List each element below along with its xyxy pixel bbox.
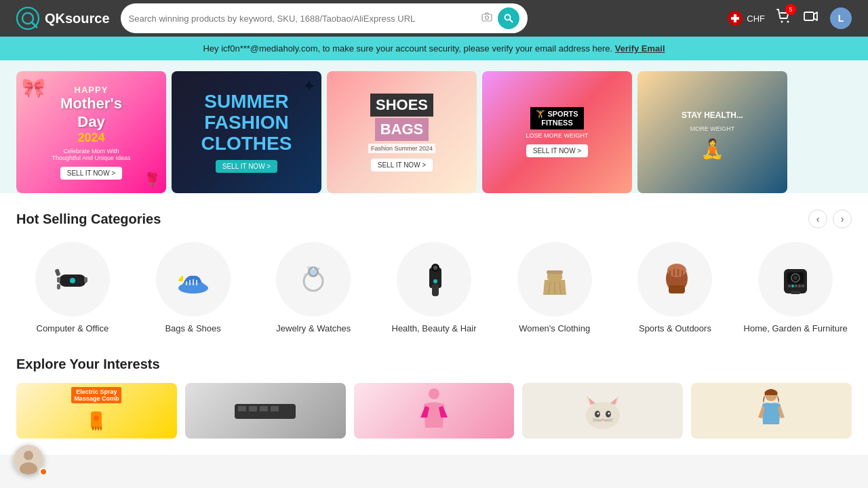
svg-point-18 xyxy=(70,278,75,283)
cat-icon xyxy=(579,388,627,432)
svg-rect-3 xyxy=(482,14,492,21)
svg-point-11 xyxy=(787,21,789,23)
svg-point-57 xyxy=(802,285,804,287)
svg-rect-69 xyxy=(271,406,279,411)
fashion-figure-icon xyxy=(417,387,451,434)
svg-point-79 xyxy=(608,413,610,415)
search-input[interactable] xyxy=(129,14,476,24)
svg-point-53 xyxy=(788,285,791,287)
svg-rect-58 xyxy=(791,291,800,294)
logo[interactable]: QKsource xyxy=(16,7,110,30)
banner-carousel: HAPPY Mother'sDay 2024 Celebrate Mom Wit… xyxy=(16,71,852,193)
logo-icon xyxy=(16,7,39,30)
banner-sports-fitness[interactable]: 🏋 SPORTSFITNESS LOSE MORE WEIGHT SELL IT… xyxy=(482,71,632,193)
svg-point-10 xyxy=(781,21,783,23)
svg-point-70 xyxy=(429,388,439,399)
product-electric-spray-massage-comb[interactable]: Electric SprayMassage Comb xyxy=(16,383,177,439)
header-right: CHF 5 L xyxy=(728,7,852,29)
jewelry-icon xyxy=(290,256,337,303)
flag-icon xyxy=(728,11,743,26)
svg-rect-37 xyxy=(547,270,563,274)
category-jewelry-watches-label: Jewelry & Watches xyxy=(276,323,351,335)
banner-2-cta[interactable]: SELL IT NOW > xyxy=(216,160,277,173)
svg-rect-9 xyxy=(731,17,739,20)
svg-point-55 xyxy=(795,285,797,287)
boxing-glove-icon xyxy=(651,256,698,303)
category-jewelry-watches[interactable]: Jewelry & Watches xyxy=(257,242,370,335)
category-computer-office[interactable]: Computer & Office xyxy=(16,242,129,335)
category-sports-outdoors[interactable]: Sports & Outdoors xyxy=(619,242,732,335)
logo-text: QKsource xyxy=(45,11,110,26)
header: QKsource CHF xyxy=(0,0,868,37)
category-home-garden-furniture-label: Home, Garden & Furniture xyxy=(744,323,848,335)
svg-rect-32 xyxy=(432,284,439,296)
svg-point-30 xyxy=(304,274,306,276)
camera-icon[interactable] xyxy=(481,12,492,25)
cart-button[interactable]: 5 xyxy=(776,8,792,28)
svg-rect-60 xyxy=(92,426,94,430)
hot-selling-section: Hot Selling Categories ‹ › Computer & Of… xyxy=(0,193,868,346)
category-computer-office-label: Computer & Office xyxy=(37,323,109,335)
section-header: Hot Selling Categories ‹ › xyxy=(16,209,852,228)
currency-selector[interactable]: CHF xyxy=(728,11,765,26)
category-home-garden-furniture[interactable]: Home, Garden & Furniture xyxy=(739,242,852,335)
svg-point-29 xyxy=(318,268,320,270)
svg-point-71 xyxy=(586,402,620,429)
banner-1-cta[interactable]: SELL IT NOW > xyxy=(60,167,122,180)
svg-rect-62 xyxy=(98,426,99,430)
product-pet-cat[interactable] xyxy=(522,383,683,439)
search-button[interactable] xyxy=(498,7,519,29)
svg-rect-68 xyxy=(260,406,268,411)
computer-icon xyxy=(49,256,96,303)
svg-rect-16 xyxy=(57,284,60,289)
verify-email-link[interactable]: Verify Email xyxy=(615,43,665,54)
banner-4-cta[interactable]: SELL IT NOW > xyxy=(526,144,588,157)
currency-label: CHF xyxy=(747,14,765,24)
category-womens-clothing[interactable]: Women's Clothing xyxy=(498,242,611,335)
banner-mothers-day[interactable]: HAPPY Mother'sDay 2024 Celebrate Mom Wit… xyxy=(16,71,166,193)
category-bags-shoes[interactable]: Bags & Shoes xyxy=(137,242,250,335)
banner-shoes-bags[interactable]: SHOES BAGS Fashion Summer 2024 SELL IT N… xyxy=(327,71,477,193)
svg-rect-14 xyxy=(54,268,60,276)
svg-point-28 xyxy=(307,266,310,269)
category-nav-arrows: ‹ › xyxy=(808,209,852,228)
svg-rect-12 xyxy=(804,12,814,20)
cart-badge: 5 xyxy=(785,4,796,15)
svg-rect-66 xyxy=(238,406,246,411)
nav-next-button[interactable]: › xyxy=(833,209,852,228)
svg-point-64 xyxy=(94,415,99,421)
products-grid: Electric SprayMassage Comb xyxy=(16,383,852,439)
svg-rect-17 xyxy=(84,277,87,283)
svg-point-80 xyxy=(601,419,604,421)
banner-summer-fashion[interactable]: SummerFashionClothes SELL IT NOW > ✦ xyxy=(172,71,321,193)
notification-bar: Hey icf0n***@mediaholy.com, to make sure… xyxy=(0,37,868,60)
explore-section: Explore Your Interests Electric SprayMas… xyxy=(0,346,868,455)
svg-point-78 xyxy=(597,413,599,415)
user-avatar[interactable]: L xyxy=(830,7,852,29)
product-pink-fashion[interactable] xyxy=(354,383,515,439)
product-usb-hub[interactable] xyxy=(185,383,346,439)
womens-figure-icon xyxy=(753,387,790,434)
hot-selling-title: Hot Selling Categories xyxy=(16,211,161,227)
category-bags-shoes-label: Bags & Shoes xyxy=(165,323,220,335)
search-bar xyxy=(121,3,528,33)
video-button[interactable] xyxy=(803,8,819,28)
svg-point-54 xyxy=(791,285,794,287)
svg-point-56 xyxy=(798,285,801,287)
category-health-beauty-hair[interactable]: Health, Beauty & Hair xyxy=(378,242,490,335)
banner-stay-healthy[interactable]: STAY HEALTH... MORE WEIGHT 🧘 xyxy=(637,71,787,193)
shoes-icon xyxy=(170,256,217,303)
svg-rect-61 xyxy=(95,426,96,430)
svg-point-4 xyxy=(485,16,488,20)
category-health-beauty-hair-label: Health, Beauty & Hair xyxy=(392,323,477,335)
svg-point-35 xyxy=(433,279,437,283)
usb-hub-icon xyxy=(231,394,299,428)
video-icon xyxy=(803,8,819,24)
nav-prev-button[interactable]: ‹ xyxy=(808,209,827,228)
svg-line-6 xyxy=(509,20,512,22)
product-womens-wear[interactable] xyxy=(691,383,852,439)
banner-3-cta[interactable]: SELL IT NOW > xyxy=(371,159,433,171)
air-fryer-icon xyxy=(772,256,819,303)
category-sports-outdoors-label: Sports & Outdoors xyxy=(639,323,711,335)
massage-comb-icon xyxy=(83,406,110,433)
